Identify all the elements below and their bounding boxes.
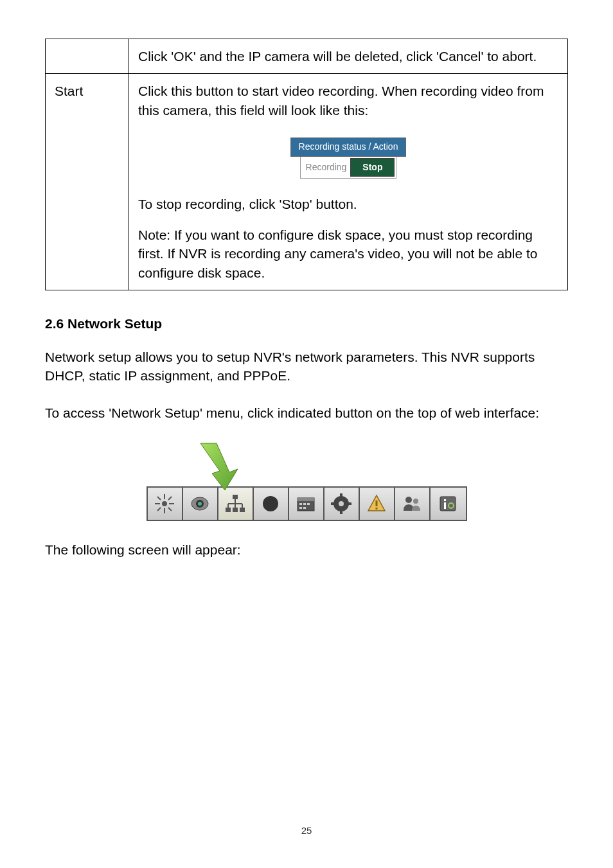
table-row1-right: Click 'OK' and the IP camera will be del… [129,39,568,74]
toolbar-info-button[interactable] [431,488,466,520]
toolbar-user-button[interactable] [395,488,431,520]
spark-icon [154,493,175,515]
svg-line-4 [157,497,161,500]
svg-rect-41 [444,502,446,509]
camera-icon [189,493,211,515]
svg-rect-19 [233,508,238,512]
svg-point-21 [263,496,278,511]
svg-rect-32 [340,510,342,514]
record-icon [260,493,281,515]
svg-line-5 [168,508,172,511]
network-icon [224,493,246,515]
svg-point-38 [413,499,418,504]
toolbar-network-button[interactable] [218,488,254,520]
svg-rect-24 [299,503,302,505]
toolbar [147,486,467,521]
svg-rect-12 [233,495,238,499]
page-number: 25 [301,825,312,836]
info-icon [437,493,459,515]
svg-line-7 [168,497,172,500]
svg-rect-31 [340,493,342,497]
svg-line-6 [157,508,161,511]
recording-status-widget: Recording status / Action Recording Stop [138,137,558,179]
table-row2-left: Start [46,74,129,290]
svg-rect-27 [299,507,302,509]
alert-icon [366,493,387,515]
stop-button[interactable]: Stop [350,158,395,177]
toolbar-schedule-button[interactable] [289,488,324,520]
svg-rect-18 [226,508,231,512]
svg-rect-34 [348,502,351,505]
body-para-1: Network setup allows you to setup NVR's … [45,348,568,385]
toolbar-camera-button[interactable] [183,488,218,520]
row2-para2: To stop recording, click 'Stop' button. [138,195,558,213]
toolbar-illustration [45,440,568,521]
svg-rect-28 [303,507,306,509]
svg-rect-36 [376,508,378,509]
gear-icon [330,493,352,515]
body-para-2: To access 'Network Setup' menu, click in… [45,403,568,422]
definition-table: Click 'OK' and the IP camera will be del… [45,39,568,290]
recording-status-header: Recording status / Action [290,137,407,157]
row2-para3: Note: If you want to configure disk spac… [138,226,558,282]
svg-point-37 [405,497,412,503]
svg-rect-35 [376,500,378,506]
table-row1-left [46,39,129,74]
toolbar-alert-button[interactable] [360,488,395,520]
svg-rect-40 [444,499,446,501]
svg-point-30 [339,501,344,506]
toolbar-record-button[interactable] [254,488,289,520]
svg-point-11 [198,502,202,506]
svg-rect-23 [298,498,314,501]
recording-status-label: Recording [301,159,351,177]
user-icon [401,493,423,515]
svg-rect-26 [307,503,310,505]
body-para-3: The following screen will appear: [45,540,568,559]
table-row2-right: Click this button to start video recordi… [129,74,568,290]
row2-para1: Click this button to start video recordi… [138,82,558,120]
toolbar-spark-button[interactable] [148,488,183,520]
svg-rect-33 [331,502,335,505]
toolbar-settings-button[interactable] [324,488,360,520]
svg-rect-25 [303,503,306,505]
green-arrow-icon [194,440,239,492]
section-heading: 2.6 Network Setup [45,316,568,332]
schedule-icon [295,493,317,515]
svg-point-8 [162,501,167,506]
svg-rect-20 [240,508,245,512]
